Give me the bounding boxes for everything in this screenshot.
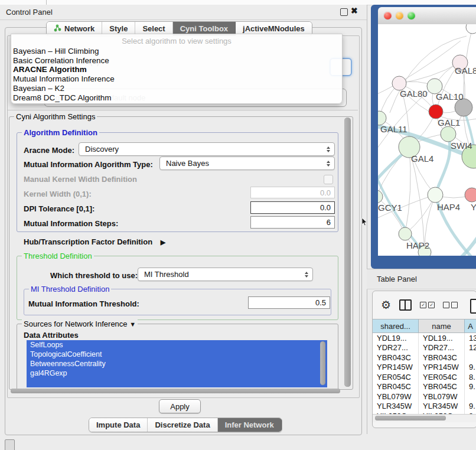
- attribute-list-scrollbar[interactable]: [320, 341, 325, 385]
- table-cell: YDR27...: [419, 343, 465, 353]
- docked-panel-icon[interactable]: [5, 439, 15, 450]
- attribute-list-item[interactable]: gal4RGexp: [27, 369, 327, 378]
- dropdown-item[interactable]: Dream8 DC_TDC Algorithm: [13, 93, 112, 102]
- dropdown-item[interactable]: Bayesian – K2: [13, 84, 64, 93]
- network-node-partial-top-right[interactable]: [466, 24, 476, 34]
- table-hscroll-track[interactable]: [373, 414, 476, 422]
- network-node-red-node[interactable]: [429, 105, 443, 119]
- column-header-shared[interactable]: shared...: [373, 319, 419, 332]
- table-cell: YBR043C: [373, 353, 419, 363]
- table-row[interactable]: YER054CYER054C8.: [373, 372, 476, 382]
- table-row[interactable]: YPR145WYPR145W9.: [373, 363, 476, 373]
- float-window-icon[interactable]: [340, 8, 348, 16]
- table-row[interactable]: YDL19...YDL19...13: [373, 333, 476, 343]
- table-cell: YDR27...: [373, 343, 419, 353]
- table-cell: YBR045C: [419, 382, 465, 392]
- table-cell: YBL079W: [419, 392, 465, 402]
- mi-algorithm-type-label: Mutual Information Algorithm Type:: [24, 160, 153, 169]
- table-row[interactable]: YBR045CYBR045C9.: [373, 382, 476, 392]
- network-icon: [54, 24, 61, 34]
- dropdown-item[interactable]: Basic Correlation Inference: [13, 56, 109, 65]
- apply-button[interactable]: Apply: [159, 399, 201, 413]
- dropdown-item[interactable]: Mutual Information Inference: [13, 74, 115, 83]
- which-threshold-select[interactable]: MI Threshold: [138, 268, 313, 281]
- dpi-tolerance-field[interactable]: 0.0: [250, 201, 335, 214]
- algorithm-definition-title: Algorithm Definition: [22, 128, 99, 137]
- manual-kernel-width-checkbox[interactable]: [324, 175, 333, 184]
- table-cell: YLR345W: [419, 402, 465, 412]
- control-panel-titlebar: [0, 5, 367, 20]
- table-row[interactable]: YDR27...YDR27...12: [373, 343, 476, 353]
- network-canvas[interactable]: GAL8GAL80GAL10GAL1GAL11SWI4GAL4HAP4YGCY1…: [378, 24, 476, 256]
- network-node-label: HAP4: [437, 202, 460, 212]
- close-traffic-light[interactable]: [384, 12, 392, 19]
- close-icon[interactable]: ✖: [351, 6, 358, 15]
- attribute-list-item[interactable]: TopologicalCoefficient: [27, 350, 327, 359]
- tab-discretize-data[interactable]: Discretize Data: [148, 418, 217, 432]
- table-cell: YLR345W: [373, 402, 419, 412]
- mi-steps-field[interactable]: 6: [250, 216, 335, 229]
- sources-group-title[interactable]: Sources for Network Inference ▼: [22, 319, 138, 328]
- node-table: shared...nameAYDL19...YDL19...13YDR27...…: [373, 319, 476, 421]
- table-cell: 9.: [465, 363, 476, 373]
- table-row[interactable]: YBR043CYBR043C: [373, 353, 476, 363]
- table-cell: YPR145W: [373, 363, 419, 373]
- table-header-row: shared...nameA: [373, 319, 476, 333]
- network-node-label: GAL1: [438, 118, 460, 128]
- network-node-pink-right[interactable]: [465, 188, 476, 202]
- table-row[interactable]: YLR345WYLR345W9.: [373, 402, 476, 412]
- table-cell: YBR045C: [373, 382, 419, 392]
- bottom-tabbar: Impute DataDiscretize DataInfer Network: [89, 418, 282, 432]
- sources-group-label: Sources for Network Inference: [24, 319, 128, 328]
- attribute-list-item[interactable]: [27, 378, 327, 387]
- mi-threshold-field[interactable]: 0.5: [248, 296, 330, 309]
- table-panel-title: Table Panel: [377, 275, 417, 283]
- network-node-hap2-node[interactable]: [399, 227, 412, 240]
- dropdown-item[interactable]: Bayesian – Hill Climbing: [13, 47, 99, 56]
- network-node-green-left[interactable]: [378, 111, 386, 125]
- mi-threshold-group-title: MI Threshold Definition: [29, 285, 111, 294]
- document-icon[interactable]: [470, 299, 476, 314]
- table-row[interactable]: YBL079WYBL079W: [373, 392, 476, 402]
- attribute-list-item[interactable]: SelfLoops: [27, 340, 327, 350]
- control-panel-title: Control Panel: [6, 8, 53, 17]
- kernel-width-field[interactable]: 0.0: [250, 187, 335, 198]
- spinner-arrows-icon: [327, 146, 330, 152]
- chevron-down-icon: ▼: [129, 321, 136, 328]
- gear-icon[interactable]: ⚙: [381, 299, 391, 311]
- table-cell: YDL19...: [373, 333, 419, 343]
- zoom-traffic-light[interactable]: [407, 12, 415, 19]
- select-all-icon[interactable]: ✓✓: [420, 302, 435, 308]
- settings-horizontal-scrollbar[interactable]: [11, 389, 340, 393]
- minimize-traffic-light[interactable]: [396, 12, 403, 19]
- mi-algorithm-type-value: Naive Bayes: [166, 159, 209, 168]
- tab-impute-data[interactable]: Impute Data: [89, 418, 148, 432]
- tab-infer-network[interactable]: Infer Network: [218, 418, 282, 432]
- chevron-right-icon: ▶: [161, 239, 165, 246]
- table-hscroll-thumb[interactable]: [375, 416, 446, 420]
- network-node-swi4-node[interactable]: [441, 126, 456, 142]
- deselect-all-icon[interactable]: [443, 302, 458, 308]
- settings-vertical-scrollbar[interactable]: [344, 118, 351, 387]
- data-attributes-label: Data Attributes: [24, 331, 79, 340]
- column-header-A[interactable]: A: [465, 319, 476, 332]
- table-cell: 12: [465, 343, 476, 353]
- control-panel-window: Control Panel ✖ Inference Algorithm(s) g…: [0, 5, 367, 434]
- spinner-arrows-icon: [327, 161, 330, 167]
- table-cell: 13: [465, 333, 476, 343]
- mi-steps-label: Mutual Information Steps:: [24, 219, 118, 228]
- threshold-definition-title: Threshold Definition: [22, 252, 94, 260]
- table-cell: 9.: [465, 382, 476, 392]
- column-header-name[interactable]: name: [419, 319, 465, 332]
- column-browser-icon[interactable]: [399, 299, 412, 311]
- dropdown-item[interactable]: ARACNE Algorithm: [13, 65, 87, 74]
- algorithm-dropdown-popup: Select algorithm to view settingsBayesia…: [11, 34, 343, 104]
- divider: [8, 110, 358, 110]
- mi-algorithm-type-select[interactable]: Naive Bayes: [159, 156, 335, 170]
- attribute-list-item[interactable]: BetweennessCentrality: [27, 359, 327, 369]
- mouse-cursor: [361, 218, 367, 229]
- dropdown-placeholder: Select algorithm to view settings: [11, 37, 342, 45]
- aracne-mode-select[interactable]: Discovery: [79, 142, 335, 156]
- hub-definition-toggle[interactable]: Hub/Transcription Factor Definition ▶: [24, 237, 165, 246]
- network-node-hap4-node[interactable]: [428, 187, 443, 203]
